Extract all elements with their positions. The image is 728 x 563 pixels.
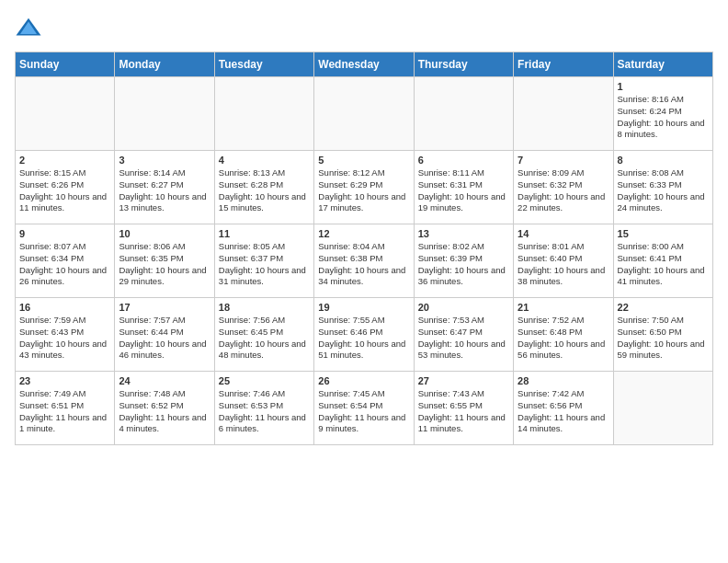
calendar-cell: 22Sunrise: 7:50 AM Sunset: 6:50 PM Dayli…: [613, 298, 712, 372]
calendar-day-header: Monday: [115, 52, 214, 77]
calendar-cell: 6Sunrise: 8:11 AM Sunset: 6:31 PM Daylig…: [414, 151, 513, 224]
day-info: Sunrise: 7:55 AM Sunset: 6:46 PM Dayligh…: [318, 315, 409, 362]
day-number: 12: [318, 228, 409, 239]
day-number: 3: [119, 155, 210, 166]
calendar-cell: [514, 77, 613, 151]
day-number: 18: [219, 302, 310, 313]
day-number: 4: [219, 155, 310, 166]
calendar-cell: 16Sunrise: 7:59 AM Sunset: 6:43 PM Dayli…: [16, 298, 115, 372]
day-number: 23: [19, 375, 110, 386]
day-number: 8: [618, 155, 709, 166]
logo-icon: [15, 15, 42, 42]
day-number: 17: [119, 302, 210, 313]
day-number: 6: [418, 155, 509, 166]
calendar-day-header: Friday: [514, 52, 613, 77]
day-info: Sunrise: 8:14 AM Sunset: 6:27 PM Dayligh…: [119, 167, 210, 214]
day-info: Sunrise: 8:16 AM Sunset: 6:24 PM Dayligh…: [618, 94, 709, 141]
calendar-cell: 13Sunrise: 8:02 AM Sunset: 6:39 PM Dayli…: [414, 224, 513, 298]
day-number: 5: [318, 155, 409, 166]
day-info: Sunrise: 8:12 AM Sunset: 6:29 PM Dayligh…: [318, 167, 409, 214]
page-header: [15, 15, 713, 42]
day-number: 1: [618, 81, 709, 92]
day-info: Sunrise: 7:48 AM Sunset: 6:52 PM Dayligh…: [119, 388, 210, 435]
calendar-day-header: Saturday: [613, 52, 712, 77]
calendar-cell: 1Sunrise: 8:16 AM Sunset: 6:24 PM Daylig…: [613, 77, 712, 151]
day-info: Sunrise: 7:52 AM Sunset: 6:48 PM Dayligh…: [518, 315, 609, 362]
day-number: 11: [219, 228, 310, 239]
day-number: 10: [119, 228, 210, 239]
day-number: 25: [219, 375, 310, 386]
calendar-cell: 21Sunrise: 7:52 AM Sunset: 6:48 PM Dayli…: [514, 298, 613, 372]
calendar-week-row: 1Sunrise: 8:16 AM Sunset: 6:24 PM Daylig…: [16, 77, 713, 151]
calendar-day-header: Wednesday: [314, 52, 414, 77]
day-number: 16: [19, 302, 110, 313]
day-info: Sunrise: 8:11 AM Sunset: 6:31 PM Dayligh…: [418, 167, 509, 214]
calendar-week-row: 9Sunrise: 8:07 AM Sunset: 6:34 PM Daylig…: [16, 224, 713, 298]
calendar-cell: [314, 77, 414, 151]
calendar-cell: 24Sunrise: 7:48 AM Sunset: 6:52 PM Dayli…: [115, 372, 214, 445]
day-number: 7: [518, 155, 609, 166]
calendar-cell: 18Sunrise: 7:56 AM Sunset: 6:45 PM Dayli…: [214, 298, 313, 372]
day-number: 14: [518, 228, 609, 239]
day-info: Sunrise: 8:01 AM Sunset: 6:40 PM Dayligh…: [518, 241, 609, 288]
day-info: Sunrise: 8:07 AM Sunset: 6:34 PM Dayligh…: [19, 241, 110, 288]
day-info: Sunrise: 7:42 AM Sunset: 6:56 PM Dayligh…: [518, 388, 609, 435]
day-number: 20: [418, 302, 509, 313]
day-number: 22: [618, 302, 709, 313]
calendar-cell: [115, 77, 214, 151]
day-number: 15: [618, 228, 709, 239]
day-number: 9: [19, 228, 110, 239]
day-number: 21: [518, 302, 609, 313]
day-info: Sunrise: 8:00 AM Sunset: 6:41 PM Dayligh…: [618, 241, 709, 288]
calendar-day-header: Tuesday: [214, 52, 313, 77]
calendar-cell: [414, 77, 513, 151]
calendar-cell: 19Sunrise: 7:55 AM Sunset: 6:46 PM Dayli…: [314, 298, 414, 372]
calendar-cell: 2Sunrise: 8:15 AM Sunset: 6:26 PM Daylig…: [16, 151, 115, 224]
calendar-day-header: Thursday: [414, 52, 513, 77]
calendar-week-row: 16Sunrise: 7:59 AM Sunset: 6:43 PM Dayli…: [16, 298, 713, 372]
calendar-cell: 9Sunrise: 8:07 AM Sunset: 6:34 PM Daylig…: [16, 224, 115, 298]
calendar-cell: 11Sunrise: 8:05 AM Sunset: 6:37 PM Dayli…: [214, 224, 313, 298]
calendar-cell: 4Sunrise: 8:13 AM Sunset: 6:28 PM Daylig…: [214, 151, 313, 224]
day-number: 2: [19, 155, 110, 166]
day-info: Sunrise: 8:13 AM Sunset: 6:28 PM Dayligh…: [219, 167, 310, 214]
day-info: Sunrise: 8:04 AM Sunset: 6:38 PM Dayligh…: [318, 241, 409, 288]
calendar-cell: 8Sunrise: 8:08 AM Sunset: 6:33 PM Daylig…: [613, 151, 712, 224]
day-number: 26: [318, 375, 409, 386]
calendar-cell: 25Sunrise: 7:46 AM Sunset: 6:53 PM Dayli…: [214, 372, 313, 445]
calendar-cell: 10Sunrise: 8:06 AM Sunset: 6:35 PM Dayli…: [115, 224, 214, 298]
calendar-cell: 14Sunrise: 8:01 AM Sunset: 6:40 PM Dayli…: [514, 224, 613, 298]
calendar-cell: [16, 77, 115, 151]
calendar-cell: 28Sunrise: 7:42 AM Sunset: 6:56 PM Dayli…: [514, 372, 613, 445]
calendar-table: SundayMondayTuesdayWednesdayThursdayFrid…: [15, 52, 713, 445]
calendar-cell: 20Sunrise: 7:53 AM Sunset: 6:47 PM Dayli…: [414, 298, 513, 372]
calendar-cell: 17Sunrise: 7:57 AM Sunset: 6:44 PM Dayli…: [115, 298, 214, 372]
calendar-cell: 15Sunrise: 8:00 AM Sunset: 6:41 PM Dayli…: [613, 224, 712, 298]
calendar-cell: 12Sunrise: 8:04 AM Sunset: 6:38 PM Dayli…: [314, 224, 414, 298]
calendar-cell: 23Sunrise: 7:49 AM Sunset: 6:51 PM Dayli…: [16, 372, 115, 445]
day-info: Sunrise: 8:06 AM Sunset: 6:35 PM Dayligh…: [119, 241, 210, 288]
day-info: Sunrise: 7:45 AM Sunset: 6:54 PM Dayligh…: [318, 388, 409, 435]
day-info: Sunrise: 7:50 AM Sunset: 6:50 PM Dayligh…: [618, 315, 709, 362]
day-info: Sunrise: 7:49 AM Sunset: 6:51 PM Dayligh…: [19, 388, 110, 435]
calendar-cell: [613, 372, 712, 445]
calendar-cell: [214, 77, 313, 151]
calendar-header-row: SundayMondayTuesdayWednesdayThursdayFrid…: [16, 52, 713, 77]
day-number: 19: [318, 302, 409, 313]
calendar-week-row: 23Sunrise: 7:49 AM Sunset: 6:51 PM Dayli…: [16, 372, 713, 445]
calendar-cell: 27Sunrise: 7:43 AM Sunset: 6:55 PM Dayli…: [414, 372, 513, 445]
day-info: Sunrise: 7:57 AM Sunset: 6:44 PM Dayligh…: [119, 315, 210, 362]
day-info: Sunrise: 7:46 AM Sunset: 6:53 PM Dayligh…: [219, 388, 310, 435]
day-info: Sunrise: 7:59 AM Sunset: 6:43 PM Dayligh…: [19, 315, 110, 362]
calendar-cell: 26Sunrise: 7:45 AM Sunset: 6:54 PM Dayli…: [314, 372, 414, 445]
day-info: Sunrise: 7:43 AM Sunset: 6:55 PM Dayligh…: [418, 388, 509, 435]
logo: [15, 15, 46, 42]
day-info: Sunrise: 8:08 AM Sunset: 6:33 PM Dayligh…: [618, 167, 709, 214]
day-info: Sunrise: 7:53 AM Sunset: 6:47 PM Dayligh…: [418, 315, 509, 362]
calendar-cell: 7Sunrise: 8:09 AM Sunset: 6:32 PM Daylig…: [514, 151, 613, 224]
day-info: Sunrise: 7:56 AM Sunset: 6:45 PM Dayligh…: [219, 315, 310, 362]
calendar-day-header: Sunday: [16, 52, 115, 77]
day-number: 27: [418, 375, 509, 386]
day-info: Sunrise: 8:09 AM Sunset: 6:32 PM Dayligh…: [518, 167, 609, 214]
day-info: Sunrise: 8:15 AM Sunset: 6:26 PM Dayligh…: [19, 167, 110, 214]
